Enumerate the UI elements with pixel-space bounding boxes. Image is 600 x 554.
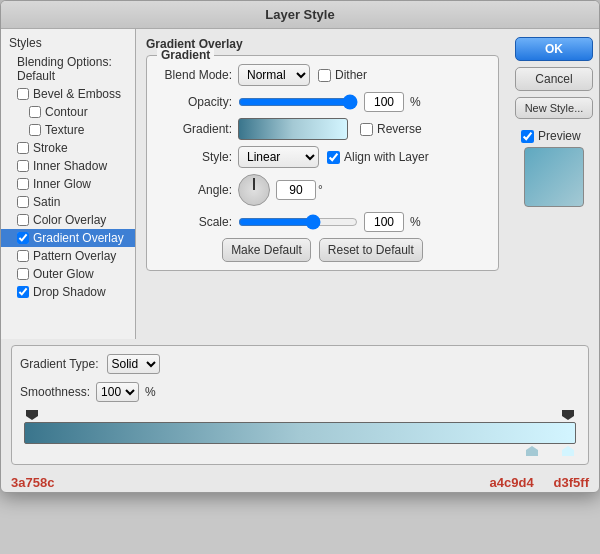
sidebar-item-label: Color Overlay [33, 213, 106, 227]
sidebar-item-contour[interactable]: Contour [1, 103, 135, 121]
scale-unit: % [410, 215, 421, 229]
sidebar-item-label: Blending Options: Default [17, 55, 127, 83]
sidebar-item-outer-glow[interactable]: Outer Glow [1, 265, 135, 283]
blend-mode-select[interactable]: Normal Multiply Screen Overlay [238, 64, 310, 86]
texture-checkbox[interactable] [29, 124, 41, 136]
sidebar-item-pattern-overlay[interactable]: Pattern Overlay [1, 247, 135, 265]
smoothness-label: Smoothness: [20, 385, 90, 399]
gradient-swatch[interactable] [238, 118, 348, 140]
blend-mode-row: Blend Mode: Normal Multiply Screen Overl… [157, 64, 488, 86]
sidebar-item-satin[interactable]: Satin [1, 193, 135, 211]
color-stop-mid[interactable] [526, 446, 538, 456]
opacity-unit: % [410, 95, 421, 109]
gradient-group-box: Gradient Blend Mode: Normal Multiply Scr… [146, 55, 499, 271]
gradient-type-select[interactable]: Solid Noise [107, 354, 160, 374]
new-style-button[interactable]: New Style... [515, 97, 593, 119]
outer-glow-checkbox[interactable] [17, 268, 29, 280]
bevel-emboss-checkbox[interactable] [17, 88, 29, 100]
reset-default-button[interactable]: Reset to Default [319, 238, 423, 262]
make-default-button[interactable]: Make Default [222, 238, 311, 262]
cancel-button[interactable]: Cancel [515, 67, 593, 91]
sidebar-item-blending-options[interactable]: Blending Options: Default [1, 53, 135, 85]
sidebar-item-label: Stroke [33, 141, 68, 155]
align-with-layer-label: Align with Layer [344, 150, 429, 164]
drop-shadow-checkbox[interactable] [17, 286, 29, 298]
opacity-slider-container: % [238, 92, 421, 112]
dither-label: Dither [335, 68, 367, 82]
sidebar-item-inner-glow[interactable]: Inner Glow [1, 175, 135, 193]
inner-glow-checkbox[interactable] [17, 178, 29, 190]
dialog-title: Layer Style [265, 7, 334, 22]
dither-checkbox[interactable] [318, 69, 331, 82]
color-labels-right: a4c9d4 d3f5ff [490, 475, 589, 490]
sidebar-item-label: Inner Glow [33, 177, 91, 191]
dither-row: Dither [318, 68, 367, 82]
angle-label: Angle: [157, 183, 232, 197]
opacity-stop-right[interactable] [562, 410, 574, 420]
inner-shadow-checkbox[interactable] [17, 160, 29, 172]
gradient-type-label: Gradient Type: [20, 357, 99, 371]
scale-label: Scale: [157, 215, 232, 229]
sidebar-item-bevel-emboss[interactable]: Bevel & Emboss [1, 85, 135, 103]
main-content: Gradient Overlay Gradient Blend Mode: No… [136, 29, 509, 339]
sidebar-item-color-overlay[interactable]: Color Overlay [1, 211, 135, 229]
reverse-label: Reverse [377, 122, 422, 136]
angle-row: Angle: ° [157, 174, 488, 206]
align-with-layer-checkbox[interactable] [327, 151, 340, 164]
sidebar-item-drop-shadow[interactable]: Drop Shadow [1, 283, 135, 301]
style-select[interactable]: Linear Radial Angle Reflected Diamond [238, 146, 319, 168]
angle-unit: ° [318, 183, 323, 197]
make-reset-row: Make Default Reset to Default [157, 238, 488, 262]
sidebar-item-label: Outer Glow [33, 267, 94, 281]
align-with-layer-row: Align with Layer [327, 150, 429, 164]
angle-value-input[interactable] [276, 180, 316, 200]
opacity-label: Opacity: [157, 95, 232, 109]
stroke-checkbox[interactable] [17, 142, 29, 154]
color-stop-right[interactable] [562, 446, 574, 456]
sidebar-heading: Styles [1, 33, 135, 53]
opacity-slider[interactable] [238, 95, 358, 109]
preview-section: Preview [515, 125, 593, 211]
gradient-overlay-checkbox[interactable] [17, 232, 29, 244]
contour-checkbox[interactable] [29, 106, 41, 118]
style-row: Style: Linear Radial Angle Reflected Dia… [157, 146, 488, 168]
gradient-bar-area [24, 410, 576, 456]
color-label-right: d3f5ff [554, 475, 589, 490]
scale-value-input[interactable] [364, 212, 404, 232]
group-label: Gradient [157, 48, 214, 62]
dialog-body: Styles Blending Options: Default Bevel &… [1, 29, 599, 339]
preview-checkbox[interactable] [521, 130, 534, 143]
opacity-stop-left[interactable] [26, 410, 38, 420]
angle-dial[interactable] [238, 174, 270, 206]
sidebar-item-label: Texture [45, 123, 84, 137]
scale-slider[interactable] [238, 215, 358, 229]
blend-mode-label: Blend Mode: [157, 68, 232, 82]
pattern-overlay-checkbox[interactable] [17, 250, 29, 262]
opacity-value-input[interactable] [364, 92, 404, 112]
reverse-checkbox[interactable] [360, 123, 373, 136]
sidebar-item-label: Satin [33, 195, 60, 209]
sidebar-item-inner-shadow[interactable]: Inner Shadow [1, 157, 135, 175]
satin-checkbox[interactable] [17, 196, 29, 208]
gradient-bar[interactable] [24, 422, 576, 444]
sidebar-item-texture[interactable]: Texture [1, 121, 135, 139]
scale-slider-container: % [238, 212, 421, 232]
color-label-left: 3a758c [11, 475, 54, 490]
color-overlay-checkbox[interactable] [17, 214, 29, 226]
sidebar-item-gradient-overlay[interactable]: Gradient Overlay [1, 229, 135, 247]
color-label-mid: a4c9d4 [490, 475, 534, 490]
sidebar-item-label: Contour [45, 105, 88, 119]
smoothness-row: Smoothness: 100 75 50 % [20, 382, 580, 402]
gradient-type-row: Gradient Type: Solid Noise [20, 354, 580, 374]
gradient-label: Gradient: [157, 122, 232, 136]
reverse-row: Reverse [360, 122, 422, 136]
sidebar-item-stroke[interactable]: Stroke [1, 139, 135, 157]
smoothness-unit: % [145, 385, 156, 399]
ok-button[interactable]: OK [515, 37, 593, 61]
preview-box [524, 147, 584, 207]
preview-label-row: Preview [521, 129, 587, 143]
sidebar-item-label: Drop Shadow [33, 285, 106, 299]
gradient-swatch-row: Reverse [238, 118, 422, 140]
color-labels-row: 3a758c a4c9d4 d3f5ff [1, 471, 599, 492]
smoothness-select[interactable]: 100 75 50 [96, 382, 139, 402]
